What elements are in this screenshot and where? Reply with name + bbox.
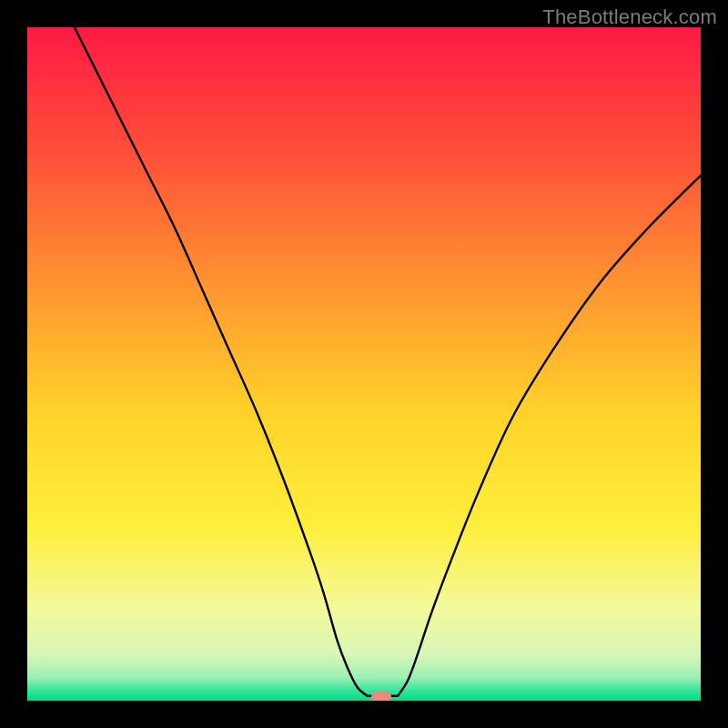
svg-rect-0 [27,27,701,701]
background-gradient [27,27,701,701]
chart-frame: TheBottleneck.com [0,0,728,728]
optimal-marker [371,692,391,701]
watermark-text: TheBottleneck.com [542,5,717,29]
plot-area [27,27,701,701]
